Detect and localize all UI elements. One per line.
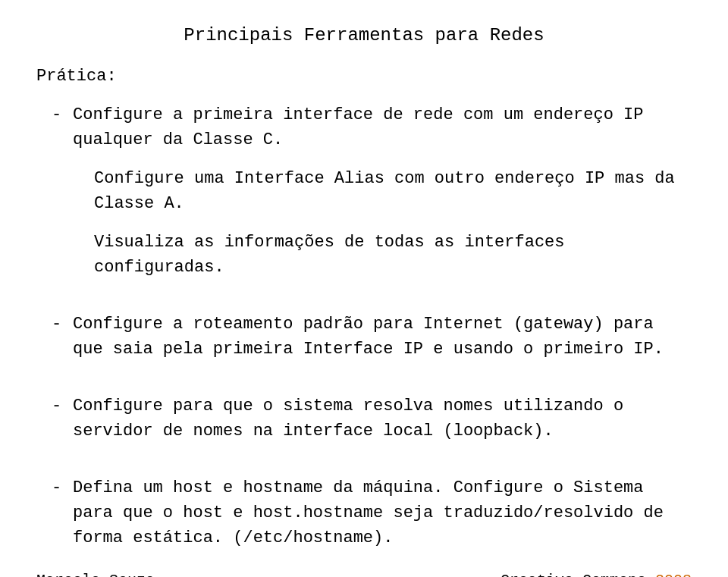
title-text: Principais Ferramentas para Redes (184, 25, 544, 45)
item-text: Configure a primeira interface de rede c… (73, 102, 692, 152)
list-item: Visualiza as informações de todas as int… (73, 230, 692, 280)
item-text: Defina um host e hostname da máquina. Co… (73, 475, 692, 550)
page-container: Principais Ferramentas para Redes Prátic… (0, 0, 728, 577)
item-text: Configure para que o sistema resolva nom… (73, 394, 692, 444)
item-text: Configure uma Interface Alias com outro … (94, 166, 692, 216)
spacer (36, 457, 692, 475)
list-item: - Configure para que o sistema resolva n… (52, 394, 692, 444)
license-year: 2008 (655, 572, 692, 577)
license-text: Creative Commons (500, 572, 655, 577)
bullet-dash: - (52, 475, 73, 500)
footer-author: Marcelo Souza (36, 572, 155, 577)
bullet-dash: - (52, 312, 73, 337)
list-item: Configure uma Interface Alias com outro … (73, 166, 692, 216)
spacer (36, 293, 692, 312)
footer: Marcelo Souza Creative Commons 2008 (36, 564, 692, 577)
list-item: Prática: (36, 64, 692, 89)
item-text: Configure a roteamento padrão para Inter… (73, 312, 692, 362)
list-item: - Defina um host e hostname da máquina. … (52, 475, 692, 550)
page-title: Principais Ferramentas para Redes (36, 23, 692, 49)
list-item: - Configure a primeira interface de rede… (52, 102, 692, 152)
bullet-dash: - (52, 394, 73, 419)
footer-license: Creative Commons 2008 (500, 572, 692, 577)
spacer (36, 375, 692, 394)
list-item: - Configure a roteamento padrão para Int… (52, 312, 692, 362)
item-text: Visualiza as informações de todas as int… (94, 230, 692, 280)
content-body: Prática: - Configure a primeira interfac… (36, 64, 692, 564)
bullet-dash: - (52, 102, 73, 127)
bullet-dash: Prática: (36, 64, 117, 89)
